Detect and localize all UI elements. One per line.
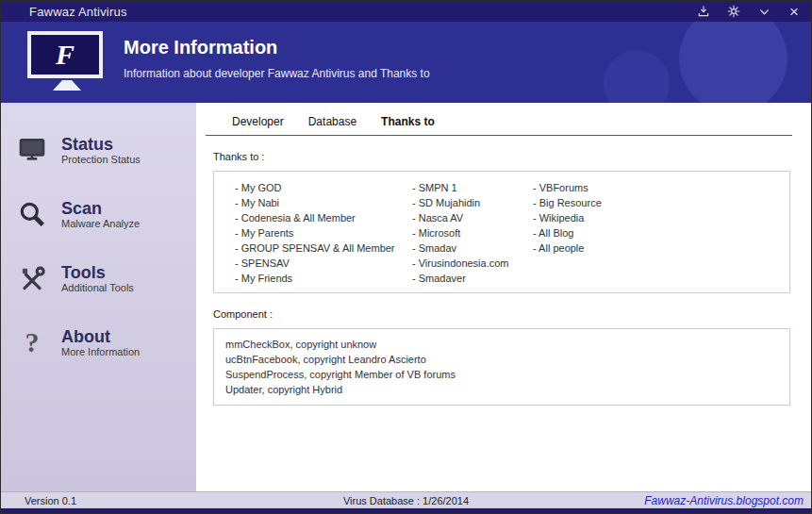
tab-thanks-to[interactable]: Thanks to — [381, 115, 435, 128]
header-text: More Information Information about devel… — [124, 37, 430, 80]
sidebar: Status Protection Status Scan Malware An… — [1, 103, 196, 491]
list-item: - VBForums — [533, 180, 789, 195]
sidebar-item-scan[interactable]: Scan Malware Analyze — [1, 195, 196, 233]
thanks-column-3: - VBForums - Big Resource - Wikipedia - … — [533, 180, 789, 286]
app-logo: F — [27, 31, 107, 91]
list-item: - Smadaver — [412, 271, 533, 286]
gear-icon[interactable] — [726, 4, 741, 19]
list-item: - Nasca AV — [412, 210, 533, 225]
close-icon[interactable]: × — [787, 4, 802, 19]
virus-database-label: Virus Database : 1/26/2014 — [343, 495, 469, 506]
content-panel: Developer Database Thanks to Thanks to :… — [196, 103, 811, 491]
list-item: - SMPN 1 — [412, 180, 533, 195]
thanks-list-box: - My GOD - My Nabi - Codenesia & All Mem… — [213, 171, 790, 293]
tools-icon — [14, 263, 50, 293]
list-item: - My GOD — [235, 180, 412, 195]
decorative-circle-small — [604, 50, 670, 103]
list-item: - SD Mujahidin — [412, 195, 533, 210]
list-item: - My Friends — [235, 271, 412, 286]
main-row: Status Protection Status Scan Malware An… — [1, 103, 811, 491]
thanks-column-2: - SMPN 1 - SD Mujahidin - Nasca AV - Mic… — [412, 180, 533, 286]
list-item: - Wikipedia — [533, 210, 789, 225]
sidebar-item-label: Tools — [61, 264, 134, 282]
sidebar-item-sublabel: Malware Analyze — [61, 218, 140, 229]
list-item: - My Parents — [235, 225, 412, 240]
list-item: - All people — [533, 240, 789, 256]
logo-monitor-stand — [53, 80, 81, 91]
component-item: SuspendProcess, copyright Member of VB f… — [225, 367, 789, 382]
list-item: - GROUP SPENSAV & All Member — [235, 240, 412, 256]
app-window: Fawwaz Antivirus × F More Information I — [0, 0, 812, 514]
sidebar-item-sublabel: Protection Status — [61, 154, 141, 165]
titlebar-icons: × — [696, 4, 802, 19]
list-item: - Microsoft — [412, 225, 533, 240]
sidebar-item-label: About — [61, 328, 140, 346]
list-item: - Big Resource — [533, 195, 789, 210]
version-label: Version 0.1 — [25, 495, 76, 506]
tab-developer[interactable]: Developer — [232, 115, 284, 128]
bottom-strip — [1, 508, 811, 514]
list-item: - Codenesia & All Member — [235, 210, 412, 225]
list-item: - SPENSAV — [235, 256, 412, 271]
window-title: Fawwaz Antivirus — [29, 5, 127, 19]
chevron-down-icon[interactable] — [756, 4, 771, 19]
page-subtitle: Information about developer Fawwaz Antiv… — [124, 67, 430, 80]
header-banner: F More Information Information about dev… — [1, 22, 811, 103]
titlebar: Fawwaz Antivirus × — [1, 1, 811, 22]
thanks-column-1: - My GOD - My Nabi - Codenesia & All Mem… — [214, 180, 412, 286]
sidebar-item-tools[interactable]: Tools Additional Tools — [1, 259, 196, 297]
thanks-section-label: Thanks to : — [213, 151, 792, 162]
sidebar-item-about[interactable]: ? About More Information — [1, 323, 196, 361]
monitor-icon — [14, 135, 50, 165]
component-item: Updater, copyright Hybrid — [225, 382, 789, 397]
download-icon[interactable] — [696, 4, 711, 19]
sidebar-item-label: Scan — [61, 200, 140, 218]
question-icon: ? — [14, 326, 50, 358]
blog-link[interactable]: Fawwaz-Antivirus.blogspot.com — [644, 494, 804, 507]
list-item: - Virusindonesia.com — [412, 256, 533, 271]
sidebar-item-sublabel: More Information — [61, 346, 140, 357]
list-item: - Smadav — [412, 240, 533, 256]
search-icon — [14, 199, 50, 229]
component-item: ucBtnFacebook, copyright Leandro Asciert… — [225, 352, 789, 367]
component-section-label: Component : — [213, 308, 792, 320]
component-list-box: mmCheckBox, copyright unknow ucBtnFacebo… — [213, 328, 790, 406]
logo-monitor-icon: F — [27, 31, 103, 78]
sidebar-item-sublabel: Additional Tools — [61, 282, 134, 293]
list-item: - My Nabi — [235, 195, 412, 210]
component-item: mmCheckBox, copyright unknow — [225, 337, 789, 352]
tab-database[interactable]: Database — [308, 115, 356, 128]
logo-letter: F — [56, 39, 75, 71]
tab-bar: Developer Database Thanks to — [206, 103, 792, 136]
decorative-circle — [679, 22, 787, 103]
status-bar: Version 0.1 Virus Database : 1/26/2014 F… — [1, 491, 811, 508]
sidebar-item-status[interactable]: Status Protection Status — [1, 131, 196, 169]
list-item: - All Blog — [533, 225, 789, 240]
page-title: More Information — [124, 37, 430, 58]
sidebar-item-label: Status — [61, 136, 141, 154]
